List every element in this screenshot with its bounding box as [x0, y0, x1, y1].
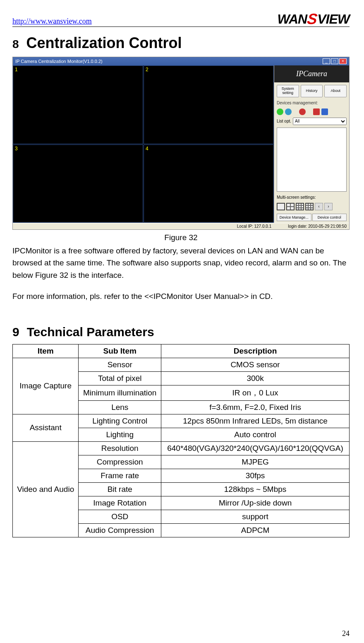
th-subitem: Sub Item	[79, 344, 161, 358]
subitem-cell: Minimum illumination	[79, 385, 161, 400]
description-cell: 128kbps ~ 5Mbps	[161, 482, 350, 496]
description-cell: ADPCM	[161, 523, 350, 537]
layout-4-icon[interactable]	[286, 203, 295, 210]
list-opt-select[interactable]: All	[293, 118, 347, 125]
subitem-cell: Lighting Control	[79, 414, 161, 428]
layout-9-icon[interactable]	[296, 203, 304, 210]
video-grid: 1 2 3 4	[13, 65, 274, 223]
panel-tabs: System setting History About	[274, 82, 349, 99]
item-cell: Image Capture	[13, 358, 79, 414]
prev-page-button[interactable]: ‹	[315, 203, 323, 210]
device-manage-button[interactable]: Device Manage...	[277, 214, 311, 221]
list-option-row: List opt. All	[274, 117, 349, 126]
description-cell: Mirror /Up-side down	[161, 496, 350, 510]
bottom-tabs: Device Manage... Device control	[274, 212, 349, 223]
subitem-cell: Lighting	[79, 428, 161, 441]
subitem-cell: Bit rate	[79, 482, 161, 496]
section-9-heading: 9 Technical Parameters	[12, 325, 350, 339]
add-device-icon[interactable]	[277, 108, 283, 115]
description-cell: MJPEG	[161, 455, 350, 469]
devices-mgmt-label: Devices management:	[274, 99, 349, 107]
subitem-cell: Audio Compression	[79, 523, 161, 537]
window-title: IP Camera Centralization Monitor(V1.0.0.…	[15, 59, 103, 64]
table-row: Image CaptureSensorCMOS sensor	[13, 358, 350, 371]
section-number: 8	[12, 38, 19, 51]
section-number: 9	[12, 325, 19, 339]
layout-1-icon[interactable]	[277, 203, 285, 210]
subitem-cell: Resolution	[79, 441, 161, 455]
status-ip: Local IP: 127.0.0.1	[237, 224, 271, 229]
about-tab[interactable]: About	[324, 85, 347, 97]
th-description: Description	[161, 344, 350, 358]
brand-logo: WAN S VIEW	[278, 10, 350, 28]
app-body: 1 2 3 4 IPCamera System setting History …	[13, 65, 349, 223]
side-panel: IPCamera System setting History About De…	[274, 65, 349, 223]
logo-swoosh-icon: S	[306, 10, 318, 28]
subitem-cell: OSD	[79, 510, 161, 523]
video-cell-1[interactable]: 1	[13, 65, 143, 144]
video-cell-3[interactable]: 3	[13, 144, 143, 223]
minimize-button[interactable]: _	[323, 58, 330, 64]
next-page-button[interactable]: ›	[324, 203, 333, 210]
subitem-cell: Image Rotation	[79, 496, 161, 510]
multi-screen-label: Multi-screen settings:	[274, 193, 349, 201]
screen-layout-toolbar: ‹ ›	[274, 201, 349, 212]
description-cell: 30fps	[161, 469, 350, 482]
figure-caption: Figure 32	[12, 233, 350, 242]
close-button[interactable]: ×	[339, 58, 347, 64]
description-cell: f=3.6mm, F=2.0, Fixed Iris	[161, 400, 350, 414]
section-title: Technical Parameters	[27, 325, 154, 339]
device-control-button[interactable]: Device control	[312, 214, 347, 221]
description-cell: 300k	[161, 371, 350, 385]
description-cell: support	[161, 510, 350, 523]
ipcamera-logo: IPCamera	[274, 65, 349, 82]
th-item: Item	[13, 344, 79, 358]
device-list[interactable]	[277, 128, 347, 192]
table-row: Video and AudioResolution640*480(VGA)/32…	[13, 441, 350, 455]
description-cell: IR on，0 Lux	[161, 385, 350, 400]
description-cell: CMOS sensor	[161, 358, 350, 371]
page-header: http://www.wansview.com WAN S VIEW	[12, 8, 350, 27]
spec-table: Item Sub Item Description Image CaptureS…	[12, 344, 350, 537]
window-controls: _ □ ×	[323, 58, 347, 64]
history-tab[interactable]: History	[301, 85, 323, 97]
video-cell-2[interactable]: 2	[144, 65, 274, 144]
mgmt-toolbar	[274, 107, 349, 117]
status-bar: Local IP: 127.0.0.1 login date: 2010-05-…	[13, 223, 349, 229]
delete-icon[interactable]	[299, 108, 306, 115]
maximize-button[interactable]: □	[331, 58, 338, 64]
app-window: IP Camera Centralization Monitor(V1.0.0.…	[12, 57, 350, 230]
section-title: Centralization Control	[26, 34, 182, 52]
section-8-heading: 8 Centralization Control	[12, 34, 350, 52]
paragraph-1: IPCMonitor is a free software offered by…	[12, 245, 350, 281]
list-opt-label: List opt.	[277, 119, 291, 123]
table-row: AssistantLighting Control12pcs 850nm Inf…	[13, 414, 350, 428]
play-icon[interactable]	[313, 108, 320, 115]
subitem-cell: Sensor	[79, 358, 161, 371]
header-url-link[interactable]: http://www.wansview.com	[12, 17, 92, 26]
subitem-cell: Compression	[79, 455, 161, 469]
description-cell: Auto control	[161, 428, 350, 441]
window-titlebar: IP Camera Centralization Monitor(V1.0.0.…	[13, 57, 349, 65]
network-icon[interactable]	[285, 108, 292, 115]
item-cell: Assistant	[13, 414, 79, 441]
subitem-cell: Total of pixel	[79, 371, 161, 385]
settings-icon[interactable]	[321, 108, 328, 115]
page-number: 24	[342, 629, 350, 638]
paragraph-2: For more information, pls. refer to the …	[12, 290, 350, 302]
table-header-row: Item Sub Item Description	[13, 344, 350, 358]
description-cell: 12pcs 850nm Infrared LEDs, 5m distance	[161, 414, 350, 428]
subitem-cell: Lens	[79, 400, 161, 414]
status-date: login date: 2010-05-29 21:08:50	[288, 224, 347, 229]
system-setting-tab[interactable]: System setting	[277, 85, 299, 97]
description-cell: 640*480(VGA)/320*240(QVGA)/160*120(QQVGA…	[161, 441, 350, 455]
video-cell-4[interactable]: 4	[144, 144, 274, 223]
layout-16-icon[interactable]	[305, 203, 314, 210]
subitem-cell: Frame rate	[79, 469, 161, 482]
item-cell: Video and Audio	[13, 441, 79, 537]
